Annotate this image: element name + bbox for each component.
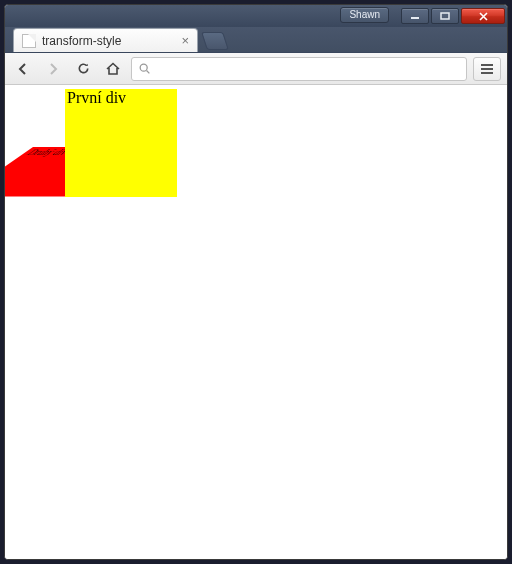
- svg-rect-5: [481, 68, 493, 70]
- browser-window: Shawn transform-style ×: [4, 4, 508, 560]
- arrow-right-icon: [45, 61, 61, 77]
- maximize-icon: [440, 12, 450, 20]
- active-tab[interactable]: transform-style ×: [13, 28, 198, 52]
- svg-rect-0: [411, 17, 419, 19]
- menu-button[interactable]: [473, 57, 501, 81]
- page-icon: [22, 34, 36, 48]
- page-content: Druhý div První div: [5, 85, 507, 559]
- svg-line-3: [147, 71, 150, 74]
- minimize-icon: [410, 12, 420, 20]
- reload-button[interactable]: [71, 57, 95, 81]
- new-tab-button[interactable]: [201, 32, 229, 50]
- forward-button[interactable]: [41, 57, 65, 81]
- minimize-button[interactable]: [401, 8, 429, 24]
- home-button[interactable]: [101, 57, 125, 81]
- svg-rect-4: [481, 64, 493, 66]
- titlebar: Shawn: [5, 5, 507, 27]
- tab-close-button[interactable]: ×: [181, 34, 189, 47]
- arrow-left-icon: [15, 61, 31, 77]
- back-button[interactable]: [11, 57, 35, 81]
- svg-rect-1: [441, 13, 449, 19]
- address-bar[interactable]: [131, 57, 467, 81]
- toolbar: [5, 53, 507, 85]
- close-window-button[interactable]: [461, 8, 505, 24]
- url-input[interactable]: [157, 61, 460, 76]
- close-icon: [478, 12, 489, 21]
- maximize-button[interactable]: [431, 8, 459, 24]
- reload-icon: [76, 61, 91, 76]
- user-chip[interactable]: Shawn: [340, 7, 389, 23]
- search-icon: [138, 62, 151, 75]
- svg-point-2: [140, 64, 147, 71]
- svg-rect-6: [481, 72, 493, 74]
- home-icon: [105, 61, 121, 77]
- tabstrip: transform-style ×: [5, 27, 507, 53]
- demo-div-1-overlap: [65, 155, 145, 197]
- tab-title: transform-style: [42, 34, 175, 48]
- hamburger-icon: [480, 63, 494, 75]
